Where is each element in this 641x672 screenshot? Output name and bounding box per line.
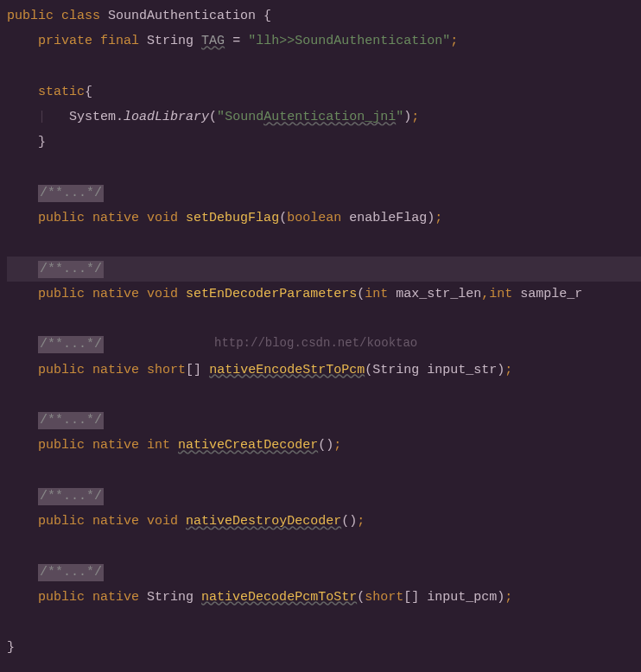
operator: =: [232, 34, 240, 48]
code-line: /**...*/http://blog.csdn.net/kooktao: [7, 332, 641, 357]
keyword: public: [38, 211, 85, 225]
field: TAG: [201, 34, 225, 48]
keyword: class: [61, 9, 100, 23]
keyword: void: [147, 514, 178, 529]
folded-comment[interactable]: /**...*/: [38, 488, 104, 505]
brace: }: [38, 135, 46, 149]
code-line: [7, 155, 641, 181]
code-line: static{: [7, 79, 641, 105]
code-line: }: [7, 130, 641, 155]
identifier: System.: [69, 110, 124, 124]
semicolon: ;: [411, 110, 419, 124]
type: String: [147, 34, 194, 48]
paren: (: [365, 363, 372, 377]
code-line: /**...*/: [7, 484, 641, 509]
semicolon: ;: [333, 438, 341, 453]
string: "llh>>SoundAuthentication": [248, 34, 450, 48]
folded-comment[interactable]: /**...*/: [38, 185, 104, 202]
code-line: public native void setDebugFlag(boolean …: [7, 206, 641, 231]
keyword: public: [38, 363, 85, 377]
semicolon: ;: [505, 590, 512, 605]
code-line: public native short[] nativeEncodeStrToP…: [7, 358, 641, 383]
keyword: static: [38, 85, 85, 99]
code-line: [7, 534, 641, 559]
code-line: [7, 307, 641, 332]
keyword: public: [38, 287, 85, 301]
parameter: input_str: [427, 363, 497, 377]
method-name: nativeEncodeStrToPcm: [209, 363, 365, 377]
keyword: native: [92, 590, 139, 605]
paren: (: [357, 287, 365, 301]
keyword: int: [489, 287, 512, 301]
highlighted-line: /**...*/: [7, 257, 641, 282]
folded-comment[interactable]: /**...*/: [38, 564, 104, 581]
string: "SoundAutentication_jni": [217, 110, 403, 124]
keyword: boolean: [287, 211, 341, 225]
folded-comment[interactable]: /**...*/: [38, 336, 104, 353]
brackets: []: [186, 363, 201, 377]
keyword: short: [147, 363, 186, 377]
paren: (: [357, 590, 365, 605]
comma: ,: [481, 287, 489, 301]
code-line: private final String TAG = "llh>>SoundAu…: [7, 29, 641, 54]
code-line: | System.loadLibrary("SoundAutentication…: [7, 105, 641, 130]
code-line: public native void nativeDestroyDecoder(…: [7, 509, 641, 534]
method-name: nativeDestroyDecoder: [186, 514, 341, 529]
code-line: [7, 54, 641, 79]
keyword: short: [365, 590, 403, 605]
keyword: public: [38, 438, 85, 453]
watermark-text: http://blog.csdn.net/kooktao: [214, 332, 417, 355]
paren: ): [349, 514, 357, 529]
code-line: /**...*/: [7, 560, 641, 585]
class-name: SoundAuthentication: [108, 9, 256, 23]
folded-comment[interactable]: /**...*/: [38, 412, 104, 429]
code-line: [7, 610, 641, 635]
keyword: int: [365, 287, 388, 301]
paren: (: [341, 514, 349, 529]
type: String: [147, 590, 194, 605]
code-line: }: [7, 635, 641, 660]
parameter: sample_r: [520, 287, 582, 301]
paren: (: [279, 211, 287, 225]
keyword: native: [92, 438, 139, 453]
parameter: input_pcm: [427, 590, 497, 605]
keyword: public: [38, 590, 85, 605]
method-name: setEnDecoderParameters: [186, 287, 357, 301]
paren: ): [427, 211, 435, 225]
keyword: public: [7, 9, 54, 23]
brace: {: [85, 85, 92, 99]
keyword: void: [147, 211, 178, 225]
keyword: void: [147, 287, 178, 301]
semicolon: ;: [357, 514, 365, 529]
code-line: [7, 231, 641, 256]
method-name: setDebugFlag: [186, 211, 279, 225]
type: String: [372, 363, 419, 377]
method-name: nativeCreatDecoder: [178, 438, 318, 453]
code-line: /**...*/: [7, 408, 641, 433]
brace: {: [263, 9, 271, 23]
paren: (: [209, 110, 217, 124]
code-line: [7, 383, 641, 408]
keyword: native: [92, 287, 139, 301]
code-line: public native void setEnDecoderParameter…: [7, 282, 641, 307]
code-editor[interactable]: public class SoundAuthentication { priva…: [7, 3, 641, 661]
keyword: native: [92, 363, 139, 377]
keyword: int: [147, 438, 170, 453]
code-line: /**...*/: [7, 181, 641, 206]
brackets: []: [403, 590, 419, 605]
paren: ): [497, 590, 505, 605]
method-call: loadLibrary: [124, 110, 209, 124]
code-line: public class SoundAuthentication {: [7, 3, 641, 29]
semicolon: ;: [450, 34, 458, 48]
code-line: public native String nativeDecodePcmToSt…: [7, 585, 641, 610]
parameter: max_str_len: [396, 287, 481, 301]
code-line: public native int nativeCreatDecoder();: [7, 433, 641, 458]
semicolon: ;: [435, 211, 442, 225]
paren: (: [318, 438, 326, 453]
brace: }: [7, 640, 15, 655]
keyword: private: [38, 34, 92, 48]
paren: ): [326, 438, 333, 453]
folded-comment[interactable]: /**...*/: [38, 261, 104, 278]
paren: ): [497, 363, 505, 377]
keyword: native: [92, 211, 139, 225]
